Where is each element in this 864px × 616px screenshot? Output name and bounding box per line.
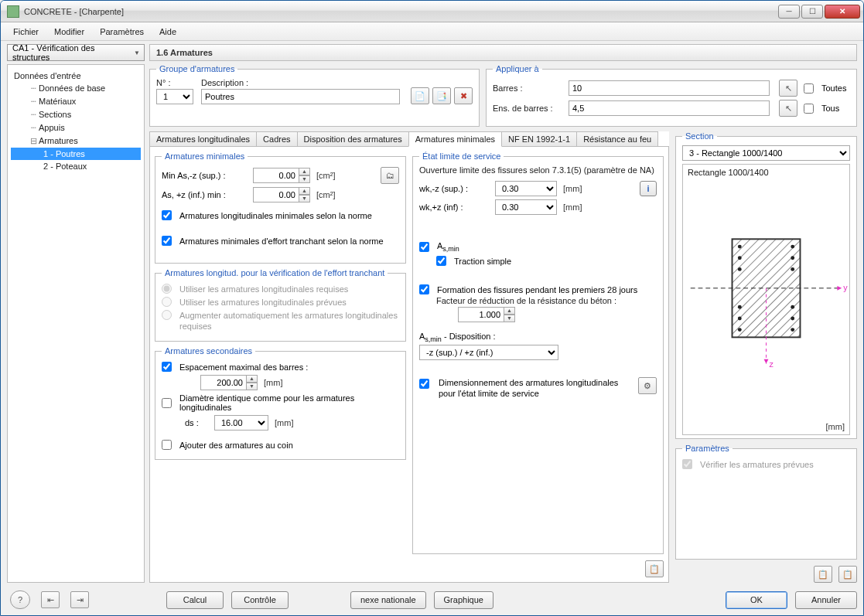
chk-long-min[interactable]	[162, 210, 172, 220]
tree-item-armatures[interactable]: ⊟Armatures	[11, 134, 141, 148]
apply-legend: Appliquer à	[493, 64, 542, 73]
tab-longitudinales[interactable]: Armatures longitudinales	[149, 131, 257, 146]
tab-strip: Armatures longitudinales Cadres Disposit…	[149, 131, 669, 147]
new-icon[interactable]: 📄	[411, 87, 429, 104]
group-armatures-box: Groupe d'armatures N° : 1 Description :	[149, 64, 480, 127]
desc-input[interactable]	[201, 89, 400, 104]
wk-inf-select[interactable]: 0.30	[495, 199, 557, 215]
app-icon	[7, 5, 19, 18]
els-box: État limite de service Ouverture limite …	[412, 151, 664, 554]
close-button[interactable]: ✕	[825, 5, 860, 19]
menu-modifier[interactable]: Modifier	[46, 25, 92, 39]
ok-button[interactable]: OK	[726, 591, 787, 609]
side-icon-2[interactable]: 📋	[838, 566, 857, 583]
pick-barres-icon[interactable]: ↖	[779, 80, 797, 97]
esp-spin[interactable]: ▲▼	[200, 375, 258, 390]
wk-sup-select[interactable]: 0.30	[495, 181, 557, 196]
armsec-legend: Armatures secondaires	[162, 346, 255, 356]
toutes-check[interactable]	[804, 83, 814, 94]
tree-item-sections[interactable]: ┄Sections	[11, 108, 141, 121]
settings-icon[interactable]: ⚙	[638, 377, 657, 394]
copy-icon[interactable]: 📑	[432, 87, 451, 104]
tree-item-poteaux[interactable]: 2 - Poteaux	[11, 160, 141, 172]
titlebar: CONCRETE - [Charpente] ─ ☐ ✕	[1, 1, 863, 22]
ens-label: Ens. de barres :	[493, 104, 562, 113]
min-inf-label: As, +z (inf.) min :	[162, 190, 247, 199]
group-armatures-legend: Groupe d'armatures	[156, 64, 237, 73]
armmin-box: Armatures minimales Min As,-z (sup.) : ▲…	[155, 151, 406, 264]
chk-coin[interactable]	[162, 440, 172, 450]
ds-label: ds :	[185, 418, 208, 427]
armmin-legend: Armatures minimales	[162, 151, 248, 161]
svg-point-7	[791, 267, 794, 271]
barres-input[interactable]	[569, 80, 770, 96]
controle-button[interactable]: Contrôle	[231, 591, 289, 609]
svg-marker-15	[837, 286, 842, 291]
ds-select[interactable]: 16.00	[214, 415, 268, 431]
window-title: CONCRETE - [Charpente]	[24, 7, 124, 16]
details-icon[interactable]: 📋	[645, 560, 664, 577]
min-sup-spin[interactable]: ▲▼	[253, 168, 310, 183]
menu-fichier[interactable]: Fichier	[5, 25, 46, 39]
graphique-button[interactable]: Graphique	[434, 591, 493, 609]
prev-icon[interactable]: ⇤	[41, 591, 60, 608]
tree-item-appuis[interactable]: ┄Appuis	[11, 121, 141, 134]
armsec-box: Armatures secondaires Espacement maximal…	[155, 346, 406, 460]
svg-point-9	[791, 305, 794, 309]
section-select[interactable]: 3 - Rectangle 1000/1400	[682, 145, 850, 161]
side-icon-1[interactable]: 📋	[814, 566, 832, 583]
pick-ens-icon[interactable]: ↖	[779, 100, 797, 117]
menu-parametres[interactable]: Paramètres	[92, 25, 152, 39]
tab-feu[interactable]: Résistance au feu	[576, 131, 658, 146]
tab-nf[interactable]: NF EN 1992-1-1	[501, 131, 577, 146]
facteur-spin[interactable]: ▲▼	[458, 307, 515, 322]
nexe-button[interactable]: nexe nationale	[350, 591, 426, 609]
tree-root[interactable]: Données d'entrée	[11, 70, 141, 82]
tree-item-poutres[interactable]: 1 - Poutres	[11, 148, 141, 160]
chk-traction[interactable]	[436, 256, 446, 266]
delete-icon[interactable]: ✖	[454, 87, 473, 104]
menu-aide[interactable]: Aide	[152, 25, 184, 39]
next-icon[interactable]: ⇥	[70, 591, 89, 608]
help-icon[interactable]: ?	[10, 590, 30, 609]
minimize-button[interactable]: ─	[778, 5, 800, 19]
ouv-label: Ouverture limite des fissures selon 7.3.…	[419, 165, 657, 175]
dispo-select[interactable]: -z (sup.) / +z (inf.)	[419, 345, 558, 360]
svg-point-12	[738, 328, 742, 332]
tree-item-base[interactable]: ┄Données de base	[11, 82, 141, 95]
tree-item-materiaux[interactable]: ┄Matériaux	[11, 95, 141, 108]
wk-sup-label: wk,-z (sup.) :	[419, 184, 489, 193]
tab-minimales[interactable]: Armatures minimales	[408, 131, 502, 147]
chk-verifier-prevues	[682, 459, 692, 469]
calcul-button[interactable]: Calcul	[166, 591, 224, 609]
tab-disposition[interactable]: Disposition des armatures	[297, 131, 409, 146]
min-inf-spin[interactable]: ▲▼	[253, 187, 310, 202]
annuler-button[interactable]: Annuler	[795, 591, 857, 609]
svg-point-11	[791, 316, 794, 320]
radio-requises	[162, 284, 172, 294]
info-icon[interactable]: i	[640, 181, 657, 196]
ens-input[interactable]	[569, 100, 770, 116]
svg-point-10	[738, 316, 742, 320]
library-icon[interactable]: 🗂	[381, 167, 399, 184]
maximize-button[interactable]: ☐	[801, 5, 823, 19]
desc-label: Description :	[201, 78, 400, 87]
chk-formation[interactable]	[419, 284, 429, 294]
nav-tree[interactable]: Données d'entrée ┄Données de base ┄Matér…	[7, 64, 145, 583]
chk-dim-long[interactable]	[419, 379, 429, 389]
svg-point-2	[738, 245, 742, 249]
params-legend: Paramètres	[682, 444, 733, 453]
wk-inf-label: wk,+z (inf) :	[419, 202, 489, 212]
longverif-box: Armatures longitud. pour la vérification…	[155, 268, 406, 342]
chk-asmin[interactable]	[419, 242, 429, 252]
tab-cadres[interactable]: Cadres	[256, 131, 297, 146]
tous-check[interactable]	[804, 104, 814, 114]
radio-prevues	[162, 297, 172, 307]
chk-diam-identique[interactable]	[162, 398, 172, 408]
case-select[interactable]: CA1 - Vérification des structures	[7, 44, 145, 61]
no-select[interactable]: 1	[156, 89, 193, 104]
chk-espacement[interactable]	[162, 362, 172, 372]
footer: ? ⇤ ⇥ Calcul Contrôle nexe nationale Gra…	[7, 583, 857, 609]
apply-box: Appliquer à Barres : ↖ Toutes Ens. de ba…	[486, 64, 857, 127]
chk-tranch-min[interactable]	[162, 236, 172, 246]
